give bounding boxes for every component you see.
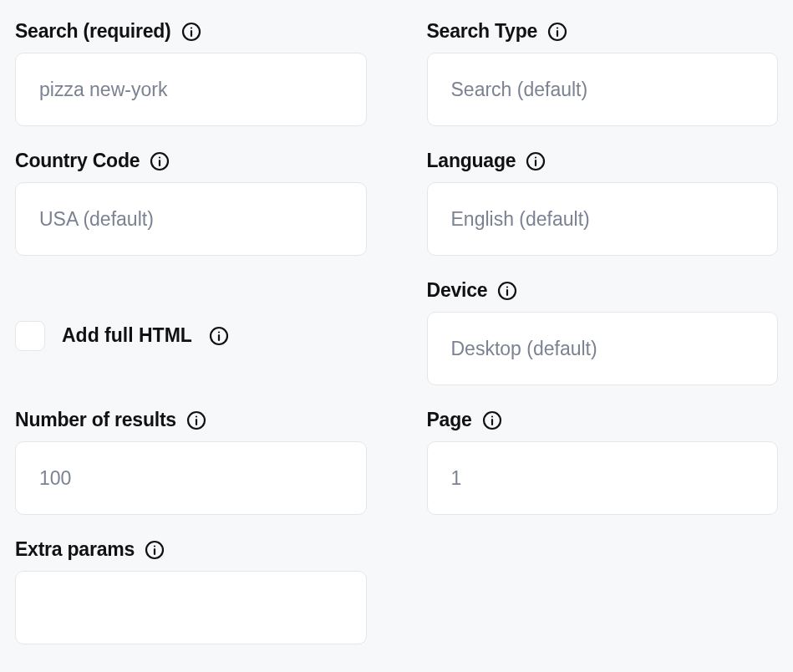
page-input[interactable] bbox=[427, 441, 779, 515]
num-results-label: Number of results bbox=[15, 409, 176, 431]
svg-point-13 bbox=[218, 331, 220, 333]
page-label: Page bbox=[427, 409, 472, 431]
svg-point-1 bbox=[190, 27, 191, 28]
add-full-html-checkbox[interactable] bbox=[15, 321, 45, 351]
search-label: Search (required) bbox=[15, 20, 171, 43]
page-label-row: Page bbox=[427, 409, 779, 431]
device-select[interactable] bbox=[427, 312, 779, 385]
svg-point-10 bbox=[535, 156, 536, 158]
language-select[interactable] bbox=[427, 182, 779, 256]
language-field: Language bbox=[427, 150, 779, 256]
info-icon[interactable] bbox=[547, 22, 567, 42]
info-icon[interactable] bbox=[145, 540, 165, 560]
svg-point-22 bbox=[491, 415, 492, 417]
svg-point-7 bbox=[159, 156, 160, 158]
num-results-field: Number of results bbox=[15, 409, 367, 515]
svg-point-25 bbox=[154, 545, 155, 547]
info-icon[interactable] bbox=[181, 22, 201, 42]
extra-params-field: Extra params bbox=[15, 538, 367, 644]
language-label-row: Language bbox=[427, 150, 779, 172]
svg-point-4 bbox=[557, 27, 558, 28]
search-type-field: Search Type bbox=[427, 20, 779, 126]
search-type-label: Search Type bbox=[427, 20, 538, 43]
info-icon[interactable] bbox=[497, 281, 517, 301]
info-icon[interactable] bbox=[482, 410, 502, 430]
search-field: Search (required) bbox=[15, 20, 367, 126]
search-type-select[interactable] bbox=[427, 53, 779, 126]
add-full-html-label: Add full HTML bbox=[62, 324, 192, 347]
device-label-row: Device bbox=[427, 279, 779, 302]
search-input[interactable] bbox=[15, 53, 367, 126]
extra-params-label: Extra params bbox=[15, 538, 135, 561]
info-icon[interactable] bbox=[209, 326, 229, 346]
extra-params-label-row: Extra params bbox=[15, 538, 367, 561]
info-icon[interactable] bbox=[150, 151, 170, 171]
country-code-select[interactable] bbox=[15, 182, 367, 256]
page-field: Page bbox=[427, 409, 779, 515]
country-code-field: Country Code bbox=[15, 150, 367, 256]
info-icon[interactable] bbox=[186, 410, 206, 430]
svg-point-19 bbox=[196, 415, 197, 417]
search-label-row: Search (required) bbox=[15, 20, 367, 43]
language-label: Language bbox=[427, 150, 516, 172]
country-code-label-row: Country Code bbox=[15, 150, 367, 172]
num-results-input[interactable] bbox=[15, 441, 367, 515]
country-code-label: Country Code bbox=[15, 150, 140, 172]
device-label: Device bbox=[427, 279, 488, 302]
search-type-label-row: Search Type bbox=[427, 20, 779, 43]
num-results-label-row: Number of results bbox=[15, 409, 367, 431]
device-field: Device bbox=[427, 279, 779, 385]
svg-point-16 bbox=[506, 286, 508, 288]
extra-params-input[interactable] bbox=[15, 571, 367, 644]
add-full-html-row: Add full HTML bbox=[15, 286, 367, 385]
info-icon[interactable] bbox=[526, 151, 546, 171]
